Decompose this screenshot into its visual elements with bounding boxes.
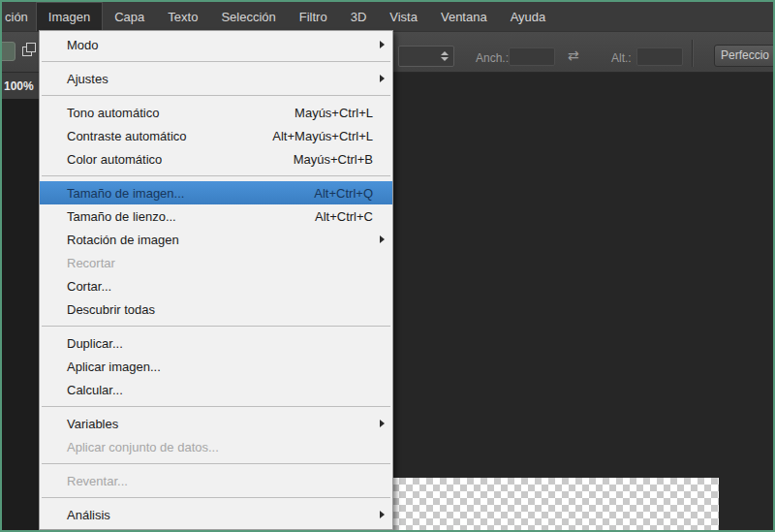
stepper-down-icon [441, 57, 449, 61]
menu-item: Aplicar conjunto de datos... [40, 435, 392, 458]
submenu-arrow-icon [380, 41, 385, 48]
width-input[interactable] [509, 47, 555, 66]
selection-mode-icon[interactable] [22, 43, 38, 58]
menubar-item-imagen[interactable]: Imagen [36, 2, 103, 31]
menu-item-label: Contraste automático [67, 129, 272, 143]
stepper-up-icon [441, 51, 449, 55]
menu-item-shortcut: Alt+Mayús+Ctrl+L [272, 129, 373, 143]
menu-item-label: Aplicar conjunto de datos... [67, 440, 385, 454]
refine-edge-button[interactable]: Perfeccio [714, 45, 775, 67]
menu-item-shortcut: Alt+Ctrl+C [315, 209, 373, 224]
menubar-item-vista[interactable]: Vista [378, 2, 429, 31]
zoom-level-value: 100% [4, 79, 34, 93]
menubar-item-selección[interactable]: Selección [209, 2, 287, 31]
width-label: Anch.: [476, 51, 509, 65]
menu-item[interactable]: Contraste automáticoAlt+Mayús+Ctrl+L [40, 124, 392, 147]
menu-item: Recortar [40, 251, 392, 274]
menu-separator [42, 497, 390, 498]
menu-item-label: Tamaño de imagen... [67, 186, 314, 201]
menu-item[interactable]: Duplicar... [40, 331, 392, 355]
style-stepper-combo[interactable] [398, 46, 454, 67]
menu-item-label: Duplicar... [67, 336, 385, 351]
submenu-arrow-icon [380, 511, 385, 518]
menu-item[interactable]: Calcular... [40, 378, 392, 401]
zoom-level-indicator: 100% [2, 73, 39, 99]
submenu-arrow-icon [380, 75, 385, 82]
menubar-item-ayuda[interactable]: Ayuda [499, 2, 558, 31]
menu-item-label: Cortar... [67, 279, 385, 294]
menubar-item-ventana[interactable]: Ventana [429, 2, 499, 31]
menubar-item-filtro[interactable]: Filtro [288, 2, 339, 31]
menubar: ciónImagenCapaTextoSelecciónFiltro3DVist… [2, 2, 773, 31]
menubar-item-texto[interactable]: Texto [156, 2, 209, 31]
menu-item-label: Ajustes [67, 72, 380, 86]
options-separator [692, 40, 693, 67]
menu-item-shortcut: Mayús+Ctrl+L [294, 106, 373, 120]
menu-item: Reventar... [40, 469, 392, 492]
submenu-arrow-icon [380, 235, 385, 243]
menu-item[interactable]: Análisis [40, 503, 392, 526]
menu-item-shortcut: Mayús+Ctrl+B [294, 152, 373, 167]
menu-item-label: Variables [67, 417, 380, 431]
menu-item-shortcut: Alt+Ctrl+Q [314, 186, 373, 201]
menu-item-label: Calcular... [67, 383, 385, 397]
imagen-dropdown-menu: ModoAjustesTono automáticoMayús+Ctrl+LCo… [39, 30, 393, 530]
canvas-left-region [2, 99, 39, 530]
menu-item[interactable]: Cortar... [40, 274, 392, 297]
menu-item-label: Color automático [67, 152, 294, 167]
menu-separator [42, 61, 390, 62]
menubar-item-capa[interactable]: Capa [103, 2, 156, 31]
menu-item[interactable]: Variables [40, 412, 392, 435]
menu-item[interactable]: Rotación de imagen [40, 228, 392, 251]
menu-separator [42, 175, 390, 176]
swap-dimensions-icon[interactable]: ⇄ [568, 47, 579, 63]
menu-item[interactable]: Descubrir todas [40, 297, 392, 321]
selection-square-front-icon [26, 43, 36, 52]
menu-item[interactable]: Tono automáticoMayús+Ctrl+L [40, 101, 392, 124]
menubar-item-ción[interactable]: ción [2, 2, 36, 31]
menu-item[interactable]: Tamaño de imagen...Alt+Ctrl+Q [40, 181, 392, 204]
menu-item-label: Análisis [67, 508, 380, 522]
menu-separator [42, 326, 390, 327]
height-input[interactable] [636, 47, 683, 66]
menubar-item-3d[interactable]: 3D [339, 2, 379, 31]
transparent-canvas-checkerboard[interactable] [392, 478, 719, 530]
menu-item-label: Rotación de imagen [67, 233, 380, 247]
menu-item[interactable]: Ajustes [40, 67, 392, 90]
menu-item[interactable]: Aplicar imagen... [40, 355, 392, 378]
menu-item[interactable]: Tamaño de lienzo...Alt+Ctrl+C [40, 204, 392, 228]
menu-separator [42, 463, 390, 464]
submenu-arrow-icon [380, 420, 385, 427]
menu-item-label: Tono automático [67, 106, 294, 120]
height-label: Alt.: [611, 51, 632, 65]
menu-item-label: Tamaño de lienzo... [67, 209, 315, 224]
menu-item[interactable]: Color automáticoMayús+Ctrl+B [40, 147, 392, 171]
stepper-arrows-icon[interactable] [438, 47, 451, 66]
photoshop-window: ciónImagenCapaTextoSelecciónFiltro3DVist… [0, 0, 775, 532]
menu-item-label: Modo [67, 38, 380, 52]
menu-item-label: Descubrir todas [67, 302, 385, 317]
menu-separator [42, 406, 390, 407]
menu-separator [42, 95, 390, 96]
menu-item-label: Aplicar imagen... [67, 360, 385, 374]
menu-item-label: Recortar [67, 256, 385, 270]
menu-item[interactable]: Modo [40, 33, 392, 56]
menu-item-label: Reventar... [67, 474, 385, 488]
tool-preset-icon[interactable] [0, 42, 16, 61]
